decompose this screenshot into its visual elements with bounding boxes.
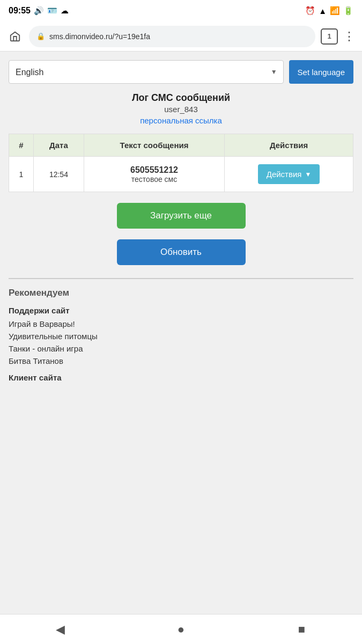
support-title: Поддержи сайт xyxy=(9,306,353,315)
rec-link-4[interactable]: Битва Титанов xyxy=(9,356,353,365)
col-text: Текст сообщения xyxy=(84,134,224,157)
client-title: Клиент сайта xyxy=(9,373,353,382)
title-section: Лог СМС сообщений user_843 персональная … xyxy=(9,92,353,125)
status-bar: 09:55 🔊 🪪 ☁ ⏰ ▲ 📶 🔋 xyxy=(0,0,362,21)
row-message: 6505551212 тестовое смс xyxy=(84,157,224,192)
sim-icon: 🪪 xyxy=(47,6,57,16)
wifi-icon: ▲ xyxy=(319,6,327,16)
separator xyxy=(9,278,353,279)
nav-recent-button[interactable]: ■ xyxy=(286,619,318,640)
load-more-button[interactable]: Загрузить еще xyxy=(117,203,246,229)
language-row: English Русский Deutsch Français Español… xyxy=(9,60,353,84)
nav-home-button[interactable]: ● xyxy=(165,619,197,640)
home-button[interactable] xyxy=(6,28,24,45)
lock-icon: 🔒 xyxy=(36,32,45,40)
rec-link-3[interactable]: Танки - онлайн игра xyxy=(9,344,353,353)
refresh-button[interactable]: Обновить xyxy=(117,239,246,265)
row-action-cell: Действия ▼ xyxy=(225,157,353,192)
nav-bar: ◀ ● ■ xyxy=(0,614,362,644)
status-time: 09:55 xyxy=(9,6,31,16)
url-bar[interactable]: 🔒 sms.dimonvideo.ru/?u=19e1fa xyxy=(29,26,315,47)
sms-table: # Дата Текст сообщения Действия 1 12:54 … xyxy=(9,134,353,192)
col-date: Дата xyxy=(33,134,84,157)
sms-text: тестовое смс xyxy=(131,175,177,184)
col-index: # xyxy=(9,134,34,157)
sms-phone-number: 6505551212 xyxy=(88,165,220,175)
col-actions: Действия xyxy=(225,134,353,157)
rec-link-2[interactable]: Удивительные питомцы xyxy=(9,332,353,341)
dropdown-arrow-icon: ▼ xyxy=(305,171,311,178)
row-date: 12:54 xyxy=(33,157,84,192)
alarm-icon: ⏰ xyxy=(305,6,315,16)
cloud-icon: ☁ xyxy=(61,6,69,16)
browser-menu-button[interactable]: ⋮ xyxy=(343,30,356,43)
battery-icon: 🔋 xyxy=(343,6,353,16)
action-button[interactable]: Действия ▼ xyxy=(258,164,320,184)
personal-link[interactable]: персональная ссылка xyxy=(9,116,353,125)
rec-link-1[interactable]: Играй в Варвары! xyxy=(9,319,353,328)
nav-back-button[interactable]: ◀ xyxy=(45,619,77,640)
url-text: sms.dimonvideo.ru/?u=19e1fa xyxy=(49,32,308,41)
volume-icon: 🔊 xyxy=(34,6,44,16)
set-language-button[interactable]: Set language xyxy=(289,60,353,84)
recommend-section: Рекомендуем Поддержи сайт Играй в Варвар… xyxy=(9,288,353,391)
signal-icon: 📶 xyxy=(330,6,340,16)
language-select-wrapper[interactable]: English Русский Deutsch Français Español xyxy=(9,60,284,84)
tab-count-button[interactable]: 1 xyxy=(321,28,338,45)
recommend-title: Рекомендуем xyxy=(9,288,353,298)
page-content: English Русский Deutsch Français Español… xyxy=(0,52,362,399)
page-title: Лог СМС сообщений xyxy=(9,92,353,104)
language-select[interactable]: English Русский Deutsch Français Español xyxy=(9,60,284,84)
username: user_843 xyxy=(9,105,353,114)
row-index: 1 xyxy=(9,157,34,192)
browser-bar: 🔒 sms.dimonvideo.ru/?u=19e1fa 1 ⋮ xyxy=(0,21,362,52)
table-row: 1 12:54 6505551212 тестовое смс Действия… xyxy=(9,157,353,192)
